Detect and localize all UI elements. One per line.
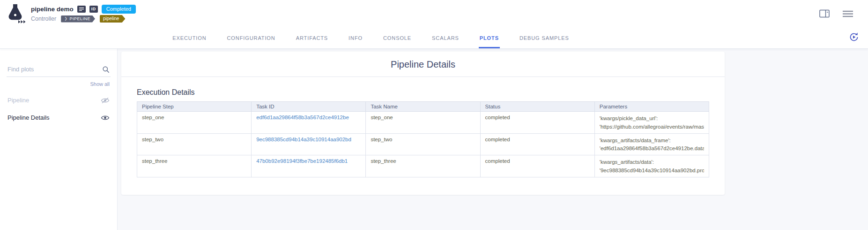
menu-icon[interactable] — [843, 10, 853, 17]
cell-status: completed — [480, 133, 594, 155]
col-status: Status — [480, 102, 594, 112]
cell-task-name: step_one — [366, 112, 480, 134]
cell-pipeline-step: step_one — [137, 112, 252, 134]
tab-debug-samples[interactable]: DEBUG SAMPLES — [519, 27, 570, 48]
tab-plots[interactable]: PLOTS — [479, 27, 500, 48]
cell-task-id: 47b0b92e98194f3fbe7be192485f6db1 — [252, 155, 366, 177]
execution-details-table: Pipeline Step Task ID Task Name Status P… — [137, 101, 709, 177]
eye-off-icon[interactable] — [101, 97, 110, 104]
param-key: 'kwargs_artifacts/data': — [600, 158, 704, 167]
cell-parameters: 'kwargs_artifacts/data_frame': 'edf6d1aa… — [594, 133, 709, 155]
details-panel-icon[interactable] — [819, 9, 830, 18]
plot-card: Pipeline Details Execution Details Pipel… — [121, 52, 725, 195]
task-id-link[interactable]: edf6d1aa29864f58b3a567d2ce4912be — [256, 115, 349, 120]
cell-task-id: 9ec988385cd94b14a39c10914aa902bd — [252, 133, 366, 155]
app-header: pipeline demo ID Completed Controller ❯P… — [0, 0, 868, 27]
content-area: Show all Pipeline Pipeline Details Pipel… — [0, 49, 868, 230]
sidebar-item-pipeline-details[interactable]: Pipeline Details — [7, 109, 111, 126]
cell-task-id: edf6d1aa29864f58b3a567d2ce4912be — [252, 112, 366, 134]
controller-label: Controller — [31, 15, 56, 22]
user-tag-pipeline: pipeline — [100, 15, 125, 23]
table-row: step_three 47b0b92e98194f3fbe7be192485f6… — [137, 155, 709, 177]
table-header-row: Pipeline Step Task ID Task Name Status P… — [137, 102, 709, 112]
col-pipeline-step: Pipeline Step — [137, 102, 252, 112]
cell-pipeline-step: step_three — [137, 155, 252, 177]
param-value: 'https://github.com/allegroai/events/raw… — [600, 123, 704, 131]
clearml-logo-icon — [6, 3, 26, 24]
search-input[interactable] — [7, 63, 111, 77]
table-row: step_two 9ec988385cd94b14a39c10914aa902b… — [137, 133, 709, 155]
cell-status: completed — [480, 112, 594, 134]
plots-sidebar: Show all Pipeline Pipeline Details — [0, 49, 118, 230]
sidebar-item-pipeline[interactable]: Pipeline — [7, 92, 111, 109]
param-key: 'kwargs/pickle_data_url': — [600, 115, 704, 123]
section-title: Execution Details — [137, 88, 709, 97]
col-task-id: Task ID — [252, 102, 366, 112]
plot-item-label: Pipeline Details — [7, 114, 50, 121]
cell-task-name: step_three — [366, 155, 480, 177]
tab-execution[interactable]: EXECUTION — [171, 27, 207, 48]
col-task-name: Task Name — [366, 102, 480, 112]
task-details-icon[interactable] — [77, 6, 86, 13]
tab-group: EXECUTION CONFIGURATION ARTIFACTS INFO C… — [171, 27, 570, 48]
refresh-icon[interactable] — [848, 31, 860, 45]
tab-console[interactable]: CONSOLE — [382, 27, 412, 48]
chevron-icon: ❯ — [64, 17, 67, 21]
param-value: 'edf6d1aa29864f58b3a567d2ce4912be.data_f… — [600, 145, 704, 153]
user-tag-label: pipeline — [103, 16, 119, 21]
table-row: step_one edf6d1aa29864f58b3a567d2ce4912b… — [137, 112, 709, 134]
tab-info[interactable]: INFO — [348, 27, 364, 48]
title-block: pipeline demo ID Completed Controller ❯P… — [31, 5, 136, 23]
pipeline-title: pipeline demo — [31, 6, 74, 13]
plot-title: Pipeline Details — [121, 52, 725, 77]
tab-bar: EXECUTION CONFIGURATION ARTIFACTS INFO C… — [0, 27, 868, 49]
plot-item-label: Pipeline — [7, 97, 29, 104]
cell-parameters: 'kwargs/pickle_data_url': 'https://githu… — [594, 112, 709, 134]
search-box — [7, 63, 111, 77]
system-tag-pipeline: ❯PIPELINE — [61, 15, 95, 23]
id-badge[interactable]: ID — [89, 6, 98, 13]
task-id-link[interactable]: 9ec988385cd94b14a39c10914aa902bd — [256, 137, 351, 142]
param-value: '9ec988385cd94b14a39c10914aa902bd.proces… — [600, 167, 704, 175]
col-parameters: Parameters — [594, 102, 709, 112]
status-badge: Completed — [102, 5, 136, 14]
cell-status: completed — [480, 155, 594, 177]
cell-pipeline-step: step_two — [137, 133, 252, 155]
tab-artifacts[interactable]: ARTIFACTS — [295, 27, 329, 48]
param-key: 'kwargs_artifacts/data_frame': — [600, 137, 704, 145]
task-id-link[interactable]: 47b0b92e98194f3fbe7be192485f6db1 — [256, 158, 348, 164]
system-tag-label: PIPELINE — [69, 17, 90, 21]
plots-main: Pipeline Details Execution Details Pipel… — [118, 49, 868, 230]
cell-task-name: step_two — [366, 133, 480, 155]
show-all-link[interactable]: Show all — [7, 77, 111, 92]
plot-body: Execution Details Pipeline Step Task ID … — [121, 77, 725, 177]
cell-parameters: 'kwargs_artifacts/data': '9ec988385cd94b… — [594, 155, 709, 177]
tab-scalars[interactable]: SCALARS — [431, 27, 460, 48]
eye-icon[interactable] — [101, 115, 110, 121]
tab-configuration[interactable]: CONFIGURATION — [226, 27, 276, 48]
search-icon[interactable] — [102, 66, 110, 75]
header-actions — [819, 9, 860, 18]
